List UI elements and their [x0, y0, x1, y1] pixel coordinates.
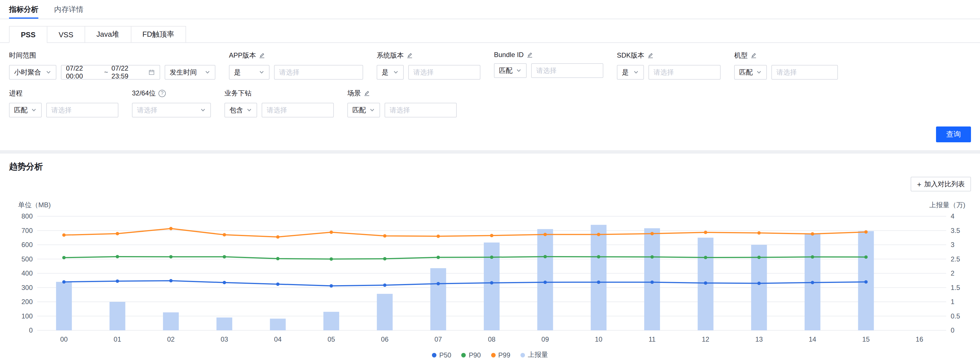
- submit-row: 查询: [0, 126, 980, 150]
- sdk-version-input[interactable]: 请选择: [648, 65, 721, 80]
- svg-text:0: 0: [951, 326, 955, 334]
- system-version-input[interactable]: 请选择: [408, 65, 480, 80]
- daterange-separator: ~: [103, 68, 109, 76]
- filter-label-text: Bundle ID: [494, 51, 523, 59]
- x-tick-06: 06: [381, 336, 388, 343]
- nav-item-1[interactable]: 内存详情: [54, 0, 83, 19]
- sdk-version-select[interactable]: 是: [617, 65, 644, 80]
- bundle-id-select[interactable]: 匹配: [494, 63, 527, 78]
- filter-group-scene: 场景匹配请选择: [347, 89, 457, 117]
- select-value: 是: [382, 67, 388, 77]
- plus-icon: +: [917, 180, 921, 188]
- arch-bits-select[interactable]: 请选择: [132, 103, 211, 117]
- time-range-select[interactable]: 发生时间: [165, 65, 215, 80]
- input-placeholder: 请选择: [279, 67, 299, 77]
- business-drilldown-select[interactable]: 包含: [224, 103, 257, 117]
- filter-label-text: 时间范围: [9, 51, 36, 61]
- chevron-down-icon: [205, 69, 210, 75]
- legend-item-上报量[interactable]: 上报量: [520, 350, 548, 358]
- edit-pencil-icon[interactable]: [407, 53, 413, 59]
- x-tick-02: 02: [167, 336, 175, 343]
- bar-05: [323, 312, 339, 330]
- daterange-start: 07/22 00:00: [66, 64, 101, 80]
- time-range-select[interactable]: 小时聚合: [9, 65, 56, 80]
- process-input[interactable]: 请选择: [46, 103, 118, 117]
- edit-pencil-icon[interactable]: [751, 53, 757, 59]
- chevron-down-icon: [259, 69, 264, 75]
- filter-controls-arch-bits: 请选择: [132, 103, 211, 117]
- tab-fd-[interactable]: FD触顶率: [130, 26, 186, 43]
- bar-04: [270, 319, 286, 330]
- filter-label-text: 场景: [347, 89, 361, 98]
- filter-controls-time-range: 小时聚合07/22 00:00~07/22 23:59发生时间: [9, 65, 215, 80]
- daterange-end: 07/22 23:59: [111, 64, 146, 80]
- filter-controls-device-model: 匹配请选择: [734, 65, 838, 80]
- select-value: 包含: [229, 105, 243, 115]
- filter-label-app-version: APP版本: [229, 51, 363, 61]
- add-to-compare-button[interactable]: + 加入对比列表: [911, 177, 971, 192]
- filter-label-text: 32/64位: [132, 89, 156, 98]
- bar-09: [538, 229, 553, 330]
- time-range-daterange-picker[interactable]: 07/22 00:00~07/22 23:59: [61, 65, 160, 80]
- edit-pencil-icon[interactable]: [647, 53, 653, 59]
- x-tick-16: 16: [916, 336, 923, 343]
- device-model-select[interactable]: 匹配: [734, 65, 767, 80]
- system-version-select[interactable]: 是: [377, 65, 404, 80]
- tab-java-[interactable]: Java堆: [84, 26, 131, 43]
- input-placeholder: 请选择: [267, 105, 287, 115]
- svg-text:0: 0: [29, 326, 33, 334]
- tab-vss[interactable]: VSS: [47, 26, 85, 43]
- trend-card: 趋势分析 + 加入对比列表 01002003004005006007008000…: [0, 153, 980, 358]
- filter-label-scene: 场景: [347, 89, 457, 98]
- legend-item-p50[interactable]: P50: [432, 350, 451, 358]
- bundle-id-input[interactable]: 请选择: [531, 63, 603, 78]
- filter-controls-scene: 匹配请选择: [347, 103, 457, 117]
- metric-tabs: PSSVSSJava堆FD触顶率: [0, 19, 980, 43]
- legend-item-p90[interactable]: P90: [461, 350, 481, 358]
- filter-label-system-version: 系统版本: [377, 51, 480, 61]
- query-button[interactable]: 查询: [936, 126, 971, 142]
- top-nav: 指标分析内存详情: [0, 0, 980, 19]
- filter-group-process: 进程匹配请选择: [9, 89, 118, 117]
- trend-chart: 010020030040050060070080000.511.522.533.…: [9, 199, 971, 349]
- app-version-input[interactable]: 请选择: [274, 65, 363, 80]
- bar-11: [644, 228, 660, 330]
- edit-pencil-icon[interactable]: [527, 52, 533, 58]
- process-select[interactable]: 匹配: [9, 103, 42, 117]
- svg-text:1: 1: [951, 298, 955, 305]
- svg-text:700: 700: [21, 227, 33, 234]
- filter-group-system-version: 系统版本是请选择: [377, 51, 480, 80]
- filter-controls-system-version: 是请选择: [377, 65, 480, 80]
- select-value: 匹配: [499, 66, 512, 75]
- scene-input[interactable]: 请选择: [385, 103, 457, 117]
- x-tick-15: 15: [862, 336, 870, 343]
- filter-label-text: 机型: [734, 51, 748, 61]
- bar-01: [110, 302, 125, 330]
- select-value: 请选择: [137, 105, 158, 115]
- edit-pencil-icon[interactable]: [364, 90, 370, 97]
- edit-pencil-icon[interactable]: [259, 53, 265, 59]
- filter-label-time-range: 时间范围: [9, 51, 215, 61]
- tab-pss[interactable]: PSS: [9, 26, 48, 43]
- x-tick-01: 01: [114, 336, 121, 343]
- scene-select[interactable]: 匹配: [347, 103, 380, 117]
- select-value: 发生时间: [170, 67, 197, 77]
- select-value: 是: [234, 67, 241, 77]
- trend-chart-svg: 010020030040050060070080000.511.522.533.…: [9, 199, 971, 347]
- filter-label-arch-bits: 32/64位?: [132, 89, 211, 98]
- nav-item-0[interactable]: 指标分析: [9, 0, 38, 19]
- chevron-down-icon: [633, 69, 639, 75]
- x-tick-09: 09: [541, 336, 549, 343]
- legend-item-p99[interactable]: P99: [491, 350, 510, 358]
- x-tick-03: 03: [221, 336, 228, 343]
- device-model-input[interactable]: 请选择: [772, 65, 838, 80]
- x-tick-10: 10: [595, 336, 603, 343]
- business-drilldown-input[interactable]: 请选择: [262, 103, 334, 117]
- bar-06: [377, 294, 393, 330]
- x-tick-08: 08: [488, 336, 496, 343]
- app-version-select[interactable]: 是: [229, 65, 269, 80]
- filter-label-process: 进程: [9, 89, 118, 98]
- right-axis-title: 上报量（万): [929, 201, 965, 209]
- svg-text:1.5: 1.5: [951, 284, 960, 291]
- bar-02: [163, 312, 179, 330]
